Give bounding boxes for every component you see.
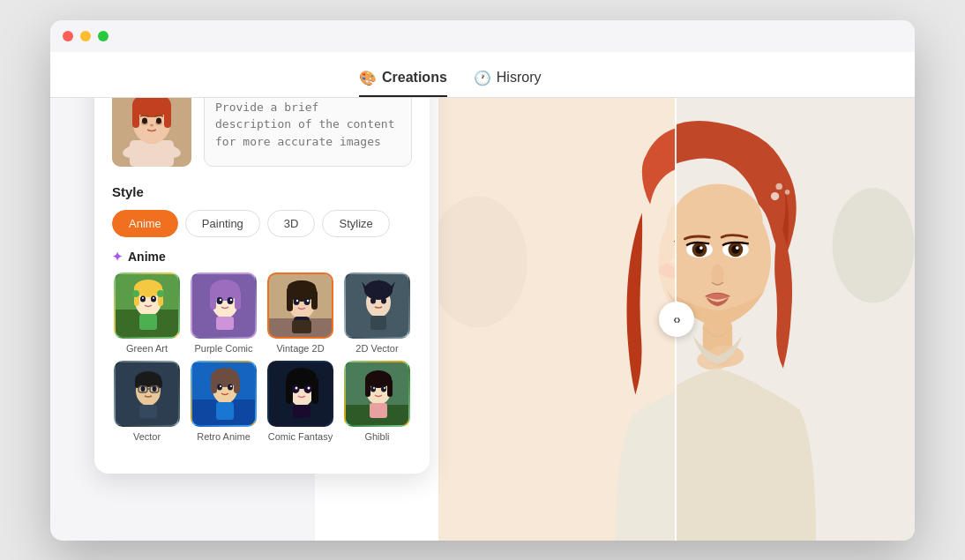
style-name-green-art: Green Art [126, 343, 168, 354]
svg-rect-98 [370, 403, 387, 418]
svg-point-46 [296, 299, 298, 301]
svg-rect-77 [216, 402, 234, 420]
style-btn-painting[interactable]: Painting [185, 210, 260, 237]
close-button[interactable] [63, 31, 73, 41]
svg-rect-81 [286, 377, 293, 404]
svg-rect-49 [292, 320, 311, 333]
minimize-button[interactable] [80, 31, 91, 41]
svg-point-54 [381, 297, 386, 303]
svg-point-22 [142, 297, 144, 299]
creations-tab-icon: 🎨 [359, 70, 377, 86]
svg-point-112 [731, 245, 739, 253]
svg-rect-26 [139, 314, 157, 330]
svg-point-45 [304, 298, 310, 305]
style-item-2d-vector[interactable]: 2D Vector [342, 273, 412, 354]
svg-point-24 [132, 290, 139, 297]
style-item-comic-fantasy[interactable]: Comic Fantasy [266, 361, 335, 442]
svg-point-117 [771, 191, 779, 199]
svg-point-104 [672, 183, 762, 258]
svg-point-95 [381, 385, 386, 392]
compare-slider[interactable]: ‹› [659, 302, 694, 337]
svg-point-65 [153, 386, 157, 392]
style-buttons: Anime Painting 3D Stylize [112, 210, 412, 237]
image-comparison-panel: ‹› [438, 98, 915, 541]
style-btn-3d[interactable]: 3D [267, 210, 316, 237]
style-img-vintage-2d [267, 273, 333, 339]
tab-creations[interactable]: 🎨 Creations [359, 70, 447, 97]
svg-point-73 [217, 384, 222, 390]
svg-point-109 [699, 246, 703, 250]
style-name-retro-anime: Retro Anime [197, 431, 251, 442]
anime-side [438, 98, 677, 541]
style-item-retro-anime[interactable]: Retro Anime [189, 361, 258, 442]
svg-point-23 [153, 297, 154, 299]
svg-point-64 [141, 386, 146, 392]
svg-point-85 [295, 386, 298, 389]
style-img-green-art [114, 273, 180, 339]
svg-point-102 [833, 188, 915, 302]
svg-rect-7 [132, 103, 139, 128]
upload-area [112, 87, 412, 167]
style-section: Style Anime Painting 3D Stylize ✦ Anime [112, 184, 412, 442]
svg-rect-36 [216, 317, 234, 330]
style-img-purple-comic [191, 273, 257, 339]
style-name-comic-fantasy: Comic Fantasy [268, 431, 333, 442]
svg-point-113 [736, 246, 739, 250]
maximize-button[interactable] [98, 31, 108, 41]
svg-rect-42 [311, 290, 318, 310]
svg-point-47 [307, 299, 309, 301]
style-item-vector[interactable]: Vector [112, 361, 182, 442]
style-img-ghibli [344, 361, 410, 427]
svg-rect-82 [311, 377, 318, 404]
svg-point-13 [150, 123, 153, 126]
svg-rect-66 [139, 405, 157, 418]
svg-point-108 [695, 245, 703, 253]
style-btn-stylize[interactable]: Stylize [322, 210, 389, 237]
svg-rect-92 [365, 379, 370, 397]
title-bar [50, 20, 915, 52]
svg-rect-55 [370, 316, 386, 330]
svg-point-11 [142, 117, 147, 123]
style-img-comic-fantasy [267, 361, 333, 427]
style-item-ghibli[interactable]: Ghibli [342, 361, 412, 442]
history-tab-label: Hisrory [497, 70, 542, 86]
svg-point-12 [156, 117, 161, 123]
svg-point-43 [288, 280, 316, 295]
tabs-bar: 🎨 Creations 🕐 Hisrory [50, 52, 915, 98]
svg-point-119 [785, 190, 790, 195]
creations-tab-label: Creations [382, 70, 447, 86]
svg-point-105 [711, 264, 724, 283]
upload-thumbnail[interactable] [112, 87, 191, 167]
svg-point-118 [775, 183, 782, 189]
style-name-vector: Vector [133, 431, 161, 442]
style-name-purple-comic: Purple Comic [194, 343, 252, 354]
svg-point-86 [308, 386, 310, 389]
svg-rect-30 [210, 290, 216, 310]
style-btn-anime[interactable]: Anime [112, 210, 178, 237]
tab-history[interactable]: 🕐 Hisrory [474, 70, 542, 97]
svg-point-94 [370, 385, 376, 392]
svg-rect-93 [387, 379, 393, 397]
style-img-2d-vector [344, 273, 410, 339]
description-textarea[interactable] [204, 87, 412, 167]
left-panel: Style Anime Painting 3D Stylize ✦ Anime [50, 52, 438, 541]
style-item-purple-comic[interactable]: Purple Comic [189, 273, 258, 354]
style-img-vector [114, 361, 180, 427]
panel-card: Style Anime Painting 3D Stylize ✦ Anime [94, 70, 430, 474]
subsection-label: ✦ Anime [112, 250, 412, 264]
history-tab-icon: 🕐 [474, 70, 491, 86]
style-name-ghibli: Ghibli [364, 431, 389, 442]
svg-rect-87 [293, 405, 310, 418]
style-grid: Green Art [112, 273, 412, 442]
svg-point-33 [228, 297, 234, 304]
style-name-vintage-2d: Vintage 2D [276, 343, 324, 354]
style-img-retro-anime [191, 361, 257, 427]
sparkle-icon: ✦ [112, 250, 123, 264]
style-name-2d-vector: 2D Vector [355, 343, 398, 354]
style-item-vintage-2d[interactable]: Vintage 2D [266, 273, 335, 354]
style-item-green-art[interactable]: Green Art [112, 273, 182, 354]
svg-rect-31 [235, 290, 241, 310]
svg-rect-41 [287, 290, 293, 311]
svg-point-74 [228, 384, 233, 390]
main-window: 🎨 Creations 🕐 Hisrory [50, 20, 915, 541]
